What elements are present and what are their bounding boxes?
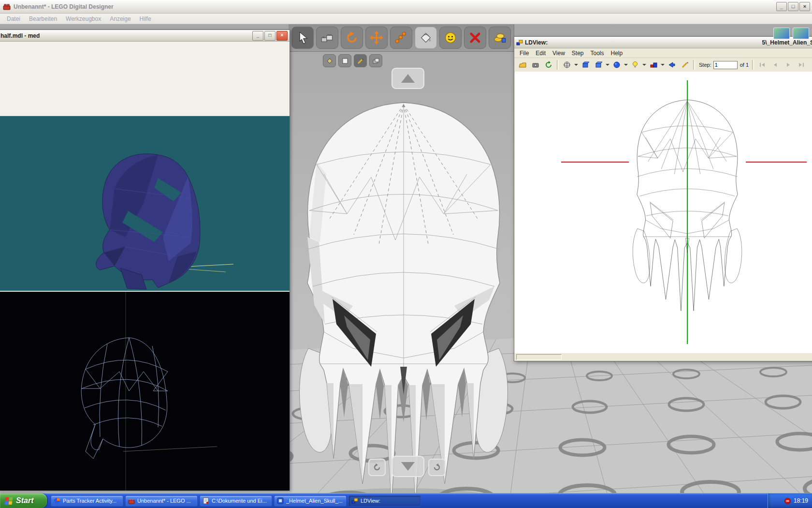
next-step-button[interactable] (782, 59, 795, 71)
brick-tool[interactable] (316, 27, 338, 49)
ldview-menu-view[interactable]: View (549, 49, 568, 57)
shaded-3d-viewport[interactable] (0, 116, 290, 292)
menu-datei[interactable]: Datei (3, 15, 24, 23)
price-tool[interactable] (489, 27, 511, 49)
wireframe-globe-icon (563, 61, 571, 69)
ldview-menu-tools[interactable]: Tools (587, 49, 608, 57)
lighting-dropdown-caret[interactable] (642, 60, 647, 70)
ldview-app-icon (516, 39, 523, 46)
model-close-button[interactable]: × (276, 31, 288, 41)
edges-dropdown-caret[interactable] (605, 60, 610, 70)
preferences-button[interactable] (679, 59, 691, 71)
parts-dropdown-caret[interactable] (660, 60, 665, 70)
close-button[interactable]: × (799, 2, 810, 11)
rotate-tool[interactable] (341, 27, 363, 49)
camera-down-button[interactable] (392, 456, 424, 477)
lighting-button[interactable] (629, 59, 641, 71)
open-file-button[interactable] (516, 59, 529, 71)
start-button[interactable]: Start (0, 493, 47, 508)
menu-werkzeugbox[interactable]: Werkzeugbox (62, 15, 105, 23)
task-label: C:\Dokumente und Ei... (212, 498, 267, 504)
step-label: Step: (699, 62, 711, 68)
ldview-titlebar[interactable]: LDView: 5\_Helmet_Alien_Sku (514, 37, 812, 48)
parts-button[interactable] (647, 59, 660, 71)
palette-subtool[interactable] (369, 54, 382, 67)
ldview-menu-edit[interactable]: Edit (532, 49, 549, 57)
ldd-toolbar (289, 24, 514, 52)
model-maximize-button[interactable]: □ (264, 31, 276, 41)
ldview-menu-file[interactable]: File (516, 49, 532, 57)
task-ldd[interactable]: Unbenannt* - LEGO ... (125, 495, 198, 507)
ldview-3d-view[interactable] (515, 72, 812, 353)
prev-step-button[interactable] (769, 59, 782, 71)
menu-hilfe[interactable]: Hilfe (136, 15, 155, 23)
toolbar-separator (752, 60, 754, 70)
task-helmet-skull-file[interactable]: _Helmet_Alien_Skull_... (274, 495, 347, 507)
select-tool[interactable] (291, 27, 314, 49)
camera-up-button[interactable] (392, 68, 424, 89)
view-angle-button[interactable] (666, 59, 678, 71)
wireframe-3d-viewport[interactable] (0, 292, 290, 491)
last-step-button[interactable] (795, 59, 808, 71)
first-step-button[interactable] (756, 59, 768, 71)
browser-icon (54, 497, 60, 504)
blue-cube-icon (581, 61, 589, 69)
hinge-tool[interactable] (365, 27, 388, 49)
wireframe-mode-button[interactable] (561, 59, 573, 71)
ldd-subtoolbar (323, 54, 382, 67)
first-step-icon (759, 62, 765, 68)
toolbar-separator (693, 60, 695, 70)
minimize-button[interactable]: _ (776, 2, 787, 11)
color-picker-subtool[interactable] (338, 54, 351, 67)
paint-tool[interactable] (415, 27, 437, 49)
rotate-right-icon (433, 463, 441, 472)
seams-button[interactable] (579, 59, 592, 71)
bricks-icon (320, 31, 334, 45)
task-parts-tracker[interactable]: Parts Tracker Activity... (51, 495, 123, 507)
axis-horizontal-red-left (561, 162, 629, 163)
task-editor[interactable]: C:\Dokumente und Ei... (200, 495, 272, 507)
task-label: Unbenannt* - LEGO ... (137, 498, 191, 504)
ldview-menu-help[interactable]: Help (608, 49, 626, 57)
sphere-dropdown-caret[interactable] (624, 60, 628, 70)
next-step-icon (785, 62, 791, 68)
model-minimize-button[interactable]: _ (252, 31, 263, 41)
delete-tool[interactable] (464, 27, 486, 49)
ldview-menu-step[interactable]: Step (568, 49, 587, 57)
alien-skull-model[interactable] (290, 97, 517, 508)
blue-arrow-icon (668, 61, 676, 69)
camera-rotate-left-button[interactable] (368, 459, 386, 476)
step-input[interactable] (713, 61, 738, 69)
document-icon (203, 497, 209, 504)
menu-anzeige[interactable]: Anzeige (106, 15, 134, 23)
helmet-wireframe-model (0, 292, 290, 491)
ldview-title: LDView: (525, 39, 762, 46)
tray-status-icon[interactable] (784, 498, 791, 504)
camera-rotate-right-button[interactable] (428, 459, 446, 476)
primitive-substitution-button[interactable] (610, 59, 623, 71)
wireframe-dropdown-caret[interactable] (574, 60, 579, 70)
ldview-menubar: File Edit View Step Tools Help (514, 48, 812, 58)
maximize-button[interactable]: □ (788, 2, 798, 11)
ldview-title-path: 5\_Helmet_Alien_Sku (762, 39, 812, 46)
desktop-shortcut-icon-1[interactable] (773, 28, 790, 39)
desktop-shortcut-icon-2[interactable] (793, 28, 809, 39)
flex-tool[interactable] (390, 27, 412, 49)
task-label: LDView: (361, 498, 380, 504)
edges-button[interactable] (592, 59, 605, 71)
ldview-window: LDView: 5\_Helmet_Alien_Sku File Edit Vi… (514, 36, 812, 361)
model-window-titlebar[interactable]: half.mdl - med _ □ × (0, 30, 290, 42)
decorate-tool[interactable] (439, 27, 462, 49)
taskbar: Start Parts Tracker Activity... Unbenann… (0, 493, 812, 508)
reload-button[interactable] (542, 59, 555, 71)
menu-bearbeiten[interactable]: Bearbeiten (25, 15, 61, 23)
axis-arrows-icon (370, 31, 383, 45)
lightbulb-icon (631, 61, 639, 69)
last-step-icon (798, 62, 804, 68)
main-window-titlebar[interactable]: Unbenannt* - LEGO Digital Designer _ □ × (0, 0, 812, 14)
pencil-subtool[interactable] (354, 54, 367, 67)
camera-icon (532, 61, 539, 69)
snapshot-button[interactable] (529, 59, 542, 71)
fill-subtool[interactable] (323, 54, 336, 67)
task-ldview[interactable]: LDView: (348, 495, 421, 507)
